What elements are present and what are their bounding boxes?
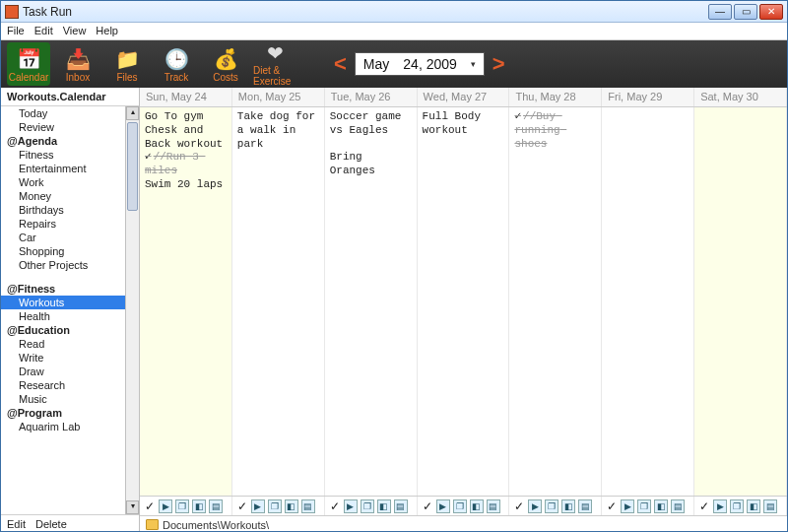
menu-edit[interactable]: Edit [34, 25, 53, 37]
day-header[interactable]: Thu, May 28 [509, 88, 602, 106]
day-action-1[interactable]: ▶ [436, 499, 450, 513]
day-action-4[interactable]: ▤ [763, 499, 777, 513]
day-header[interactable]: Wed, May 27 [418, 88, 510, 106]
calendar-entry[interactable] [330, 138, 412, 152]
toolbar-files-button[interactable]: 📁Files [105, 42, 149, 86]
maximize-button[interactable]: ▭ [734, 4, 757, 20]
next-week-button[interactable]: > [492, 51, 505, 77]
sidebar-category[interactable]: @Fitness [1, 282, 125, 296]
day-check-icon[interactable]: ✓ [329, 499, 341, 513]
day-action-3[interactable]: ◧ [377, 499, 391, 513]
calendar-entry[interactable]: Soccer game vs Eagles [330, 110, 412, 138]
sidebar-category[interactable]: @Program [1, 406, 125, 420]
calendar-entry[interactable]: Bring Oranges [330, 151, 412, 178]
sidebar-item[interactable]: Read [1, 337, 125, 351]
menu-file[interactable]: File [7, 25, 25, 37]
day-action-3[interactable]: ◧ [747, 499, 760, 513]
date-field[interactable]: May 24, 2009 ▾ [355, 52, 485, 76]
day-action-2[interactable]: ❐ [268, 499, 282, 513]
day-action-4[interactable]: ▤ [394, 499, 408, 513]
day-action-4[interactable]: ▤ [301, 499, 315, 513]
date-dropdown-icon[interactable]: ▾ [471, 59, 476, 69]
day-action-1[interactable]: ▶ [621, 499, 634, 513]
scroll-down-button[interactable]: ▾ [126, 500, 139, 514]
day-action-1[interactable]: ▶ [251, 499, 265, 513]
day-header[interactable]: Tue, May 26 [325, 88, 418, 106]
sidebar-item[interactable]: Money [1, 189, 125, 203]
sidebar-item[interactable]: Aquarim Lab [1, 420, 125, 433]
calendar-entry[interactable]: Chesk and Back workout [145, 124, 227, 152]
sidebar-delete-button[interactable]: Delete [35, 518, 67, 530]
toolbar-track-button[interactable]: 🕒Track [155, 42, 198, 86]
sidebar-item[interactable]: Shopping [1, 244, 125, 258]
day-action-2[interactable]: ❐ [453, 499, 467, 513]
sidebar-item[interactable]: Fitness [1, 148, 125, 162]
toolbar-costs-button[interactable]: 💰Costs [204, 42, 247, 86]
sidebar-item[interactable]: Car [1, 231, 125, 244]
day-action-2[interactable]: ❐ [730, 499, 744, 513]
day-action-2[interactable]: ❐ [545, 499, 558, 513]
day-check-icon[interactable]: ✓ [422, 499, 433, 513]
sidebar-item[interactable]: Review [1, 120, 125, 134]
calendar-entry[interactable]: ✓//Run 3 miles [145, 151, 227, 178]
day-action-2[interactable]: ❐ [361, 499, 374, 513]
sidebar-item[interactable]: Today [1, 106, 125, 120]
sidebar-edit-button[interactable]: Edit [7, 518, 26, 530]
sidebar-category[interactable]: @Agenda [1, 134, 125, 148]
day-column[interactable]: Soccer game vs Eagles Bring Oranges [325, 107, 418, 496]
minimize-button[interactable]: — [708, 4, 732, 20]
day-check-icon[interactable]: ✓ [236, 499, 248, 513]
sidebar-item[interactable]: Write [1, 351, 125, 365]
day-action-2[interactable]: ❐ [637, 499, 651, 513]
toolbar-calendar-button[interactable]: 📅Calendar [7, 42, 50, 86]
calendar-entry[interactable]: Swim 20 laps [145, 178, 227, 192]
toolbar-diet-button[interactable]: ❤Diet & Exercise [253, 42, 296, 86]
sidebar-item[interactable]: Repairs [1, 217, 125, 231]
day-column[interactable]: Full Body workout [418, 107, 510, 496]
day-action-4[interactable]: ▤ [487, 499, 500, 513]
sidebar-item[interactable]: Work [1, 175, 125, 189]
day-action-4[interactable]: ▤ [578, 499, 592, 513]
menu-view[interactable]: View [63, 25, 87, 37]
day-header[interactable]: Sun, May 24 [140, 88, 232, 106]
day-check-icon[interactable]: ✓ [698, 499, 710, 513]
scroll-track[interactable] [126, 120, 139, 500]
day-action-3[interactable]: ◧ [654, 499, 668, 513]
day-column[interactable]: Take dog for a walk in park [232, 107, 325, 496]
sidebar-item[interactable]: Birthdays [1, 203, 125, 217]
day-column[interactable]: Go To gymChesk and Back workout✓//Run 3 … [140, 107, 232, 496]
scroll-thumb[interactable] [127, 122, 138, 211]
day-check-icon[interactable]: ✓ [606, 499, 618, 513]
day-header[interactable]: Mon, May 25 [232, 88, 325, 106]
day-action-4[interactable]: ▤ [209, 499, 223, 513]
menu-help[interactable]: Help [96, 25, 118, 37]
day-action-1[interactable]: ▶ [159, 499, 172, 513]
day-action-1[interactable]: ▶ [713, 499, 727, 513]
day-column[interactable]: ✓//Buy running shoes [509, 107, 602, 496]
calendar-entry[interactable]: ✓//Buy running shoes [514, 110, 596, 151]
day-check-icon[interactable]: ✓ [144, 499, 156, 513]
day-action-1[interactable]: ▶ [528, 499, 542, 513]
calendar-entry[interactable]: Take dog for a walk in park [237, 110, 319, 151]
day-header[interactable]: Sat, May 30 [694, 88, 787, 106]
day-action-3[interactable]: ◧ [561, 499, 575, 513]
sidebar-item[interactable]: Other Projects [1, 258, 125, 272]
day-action-3[interactable]: ◧ [285, 499, 298, 513]
calendar-entry[interactable]: Full Body workout [423, 110, 504, 138]
day-column[interactable] [602, 107, 694, 496]
sidebar-item[interactable]: Workouts [1, 296, 125, 309]
toolbar-inbox-button[interactable]: 📥Inbox [56, 42, 99, 86]
sidebar-item[interactable]: Research [1, 378, 125, 392]
day-check-icon[interactable]: ✓ [513, 499, 525, 513]
sidebar-item[interactable]: Health [1, 309, 125, 323]
day-action-2[interactable]: ❐ [175, 499, 189, 513]
sidebar-item[interactable]: Draw [1, 365, 125, 378]
prev-week-button[interactable]: < [334, 51, 347, 77]
scroll-up-button[interactable]: ▴ [126, 106, 139, 120]
day-action-1[interactable]: ▶ [344, 499, 358, 513]
sidebar-category[interactable]: @Education [1, 323, 125, 337]
sidebar-item[interactable]: Music [1, 392, 125, 406]
day-action-4[interactable]: ▤ [671, 499, 685, 513]
day-header[interactable]: Fri, May 29 [602, 88, 694, 106]
day-column[interactable] [694, 107, 787, 496]
